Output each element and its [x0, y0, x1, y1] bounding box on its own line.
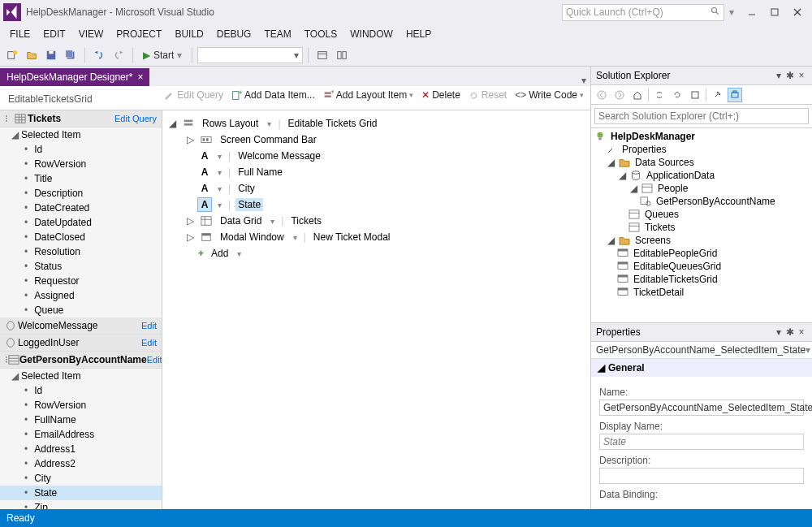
project-root[interactable]: HelpDeskManager	[591, 130, 812, 143]
field-item[interactable]: Status	[0, 259, 162, 274]
toggle-view-button[interactable]	[313, 46, 331, 64]
home-button[interactable]	[630, 88, 645, 102]
write-code-button[interactable]: <> Write Code ▾	[515, 89, 584, 101]
field-item[interactable]: Requestor	[0, 274, 162, 288]
welcome-section-header[interactable]: WelcomeMessage Edit	[0, 317, 162, 335]
close-button[interactable]	[786, 3, 809, 21]
data-sources-node[interactable]: ◢Data Sources	[591, 156, 812, 169]
getperson-edit-query-link[interactable]: Edit Query	[147, 355, 162, 365]
loggedin-section-header[interactable]: LoggedInUser Edit	[0, 335, 162, 352]
menu-build[interactable]: BUILD	[168, 25, 209, 43]
chevron-down-icon[interactable]: ▾	[269, 217, 276, 226]
layout-toggle-button[interactable]	[333, 46, 351, 64]
tickets-node[interactable]: Tickets	[591, 221, 812, 234]
sync-button[interactable]	[652, 88, 667, 102]
show-all-button[interactable]	[728, 88, 742, 102]
start-button[interactable]: ▶ Start ▾	[138, 50, 187, 61]
field-item[interactable]: Description	[0, 186, 162, 201]
maximize-button[interactable]	[763, 3, 786, 21]
menu-help[interactable]: HELP	[400, 25, 438, 43]
minimize-button[interactable]	[741, 3, 763, 21]
tickets-selected-item[interactable]: ◢Selected Item	[0, 127, 162, 142]
close-tab-icon[interactable]: ×	[137, 71, 143, 83]
props-name-input[interactable]: GetPersonByAccountName_SelectedItem_Stat…	[599, 400, 804, 416]
menu-view[interactable]: VIEW	[72, 25, 110, 43]
config-dropdown[interactable]: ▾	[197, 47, 303, 63]
field-item[interactable]: DateUpdated	[0, 215, 162, 230]
field-item[interactable]: DateClosed	[0, 230, 162, 244]
chevron-down-icon[interactable]: ▾	[216, 168, 223, 177]
edit-query-button[interactable]: Edit Query	[164, 89, 223, 101]
solution-explorer-search[interactable]	[591, 105, 812, 128]
getperson-query-node[interactable]: GetPersonByAccountName	[591, 195, 812, 208]
field-item[interactable]: Address2	[0, 456, 162, 471]
properties-group-general[interactable]: ◢General	[591, 359, 812, 377]
screen-item[interactable]: EditablePeopleGrid	[591, 247, 812, 260]
screen-item[interactable]: TicketDetail	[591, 286, 812, 299]
layout-add[interactable]: + Add▾	[167, 245, 585, 261]
field-item[interactable]: Assigned	[0, 288, 162, 303]
field-item[interactable]: DateCreated	[0, 201, 162, 215]
add-data-item-button[interactable]: + Add Data Item...	[231, 89, 315, 101]
open-file-button[interactable]	[23, 46, 41, 64]
customize-dropdown[interactable]: ▾	[729, 6, 734, 18]
field-item[interactable]: Queue	[0, 303, 162, 317]
properties-node[interactable]: Properties	[591, 143, 812, 156]
menu-file[interactable]: FILE	[3, 25, 37, 43]
layout-welcome[interactable]: A▾| Welcome Message	[167, 148, 585, 164]
collapse-button[interactable]	[688, 88, 702, 102]
chevron-down-icon[interactable]: ▾	[292, 233, 299, 242]
screen-item[interactable]: EditableTicketsGrid	[591, 273, 812, 286]
field-item-state[interactable]: State	[0, 486, 162, 500]
props-description-input[interactable]	[599, 468, 804, 484]
field-item[interactable]: Zip	[0, 500, 162, 509]
menu-window[interactable]: WINDOW	[343, 25, 400, 43]
save-button[interactable]	[42, 46, 60, 64]
screen-item[interactable]: EditableQueuesGrid	[591, 260, 812, 273]
chevron-down-icon[interactable]: ▾	[266, 119, 273, 128]
save-all-button[interactable]	[62, 46, 80, 64]
appdata-node[interactable]: ◢ApplicationData	[591, 169, 812, 182]
redo-button[interactable]	[110, 46, 127, 64]
chevron-down-icon[interactable]: ▾	[216, 184, 223, 193]
field-item[interactable]: Resolution	[0, 244, 162, 259]
people-node[interactable]: ◢People	[591, 182, 812, 195]
welcome-edit-link[interactable]: Edit	[141, 321, 157, 330]
field-item[interactable]: FullName	[0, 413, 162, 427]
chevron-down-icon[interactable]: ▾	[216, 152, 223, 161]
layout-fullname[interactable]: A▾| Full Name	[167, 164, 585, 180]
loggedin-edit-link[interactable]: Edit	[141, 338, 157, 348]
close-panel-icon[interactable]: ×	[796, 326, 807, 338]
close-panel-icon[interactable]: ×	[796, 70, 807, 81]
reset-button[interactable]: Reset	[469, 89, 507, 101]
undo-button[interactable]	[90, 46, 108, 64]
delete-button[interactable]: ✕ Delete	[421, 89, 460, 101]
screens-node[interactable]: ◢Screens	[591, 234, 812, 247]
menu-tools[interactable]: TOOLS	[298, 25, 343, 43]
layout-state[interactable]: A▾| State	[167, 197, 585, 213]
forward-button[interactable]	[612, 88, 627, 102]
panel-dropdown[interactable]: ▾	[773, 326, 784, 338]
chevron-down-icon[interactable]: ▾	[216, 201, 223, 210]
field-item[interactable]: RowVersion	[0, 157, 162, 171]
props-display-input[interactable]: State	[599, 434, 804, 450]
layout-screen-command-bar[interactable]: ▷ Screen Command Bar	[167, 132, 585, 148]
menu-edit[interactable]: EDIT	[37, 25, 71, 43]
field-item[interactable]: EmailAddress	[0, 427, 162, 442]
add-layout-item-button[interactable]: + Add Layout Item ▾	[323, 89, 413, 101]
layout-root[interactable]: ◢ Rows Layout▾ | Editable Tickets Grid	[167, 115, 585, 132]
properties-button[interactable]	[710, 88, 724, 102]
getperson-selected-item[interactable]: ◢Selected Item	[0, 369, 162, 383]
tab-dropdown[interactable]: ▾	[577, 75, 590, 86]
refresh-button[interactable]	[670, 88, 685, 102]
layout-modal[interactable]: ▷ Modal Window▾| New Ticket Modal	[167, 229, 585, 245]
menu-team[interactable]: TEAM	[257, 25, 297, 43]
tickets-edit-query-link[interactable]: Edit Query	[114, 114, 157, 123]
layout-datagrid[interactable]: ▷ Data Grid▾| Tickets	[167, 213, 585, 229]
field-item[interactable]: Id	[0, 383, 162, 398]
document-tab-active[interactable]: HelpDeskManager Designer* ×	[0, 68, 149, 86]
chevron-down-icon[interactable]: ▾	[235, 249, 243, 258]
tickets-section-header[interactable]: ⁝ Tickets Edit Query	[0, 110, 162, 127]
quick-launch-input[interactable]: Quick Launch (Ctrl+Q)	[562, 4, 724, 21]
new-project-button[interactable]	[3, 46, 21, 64]
